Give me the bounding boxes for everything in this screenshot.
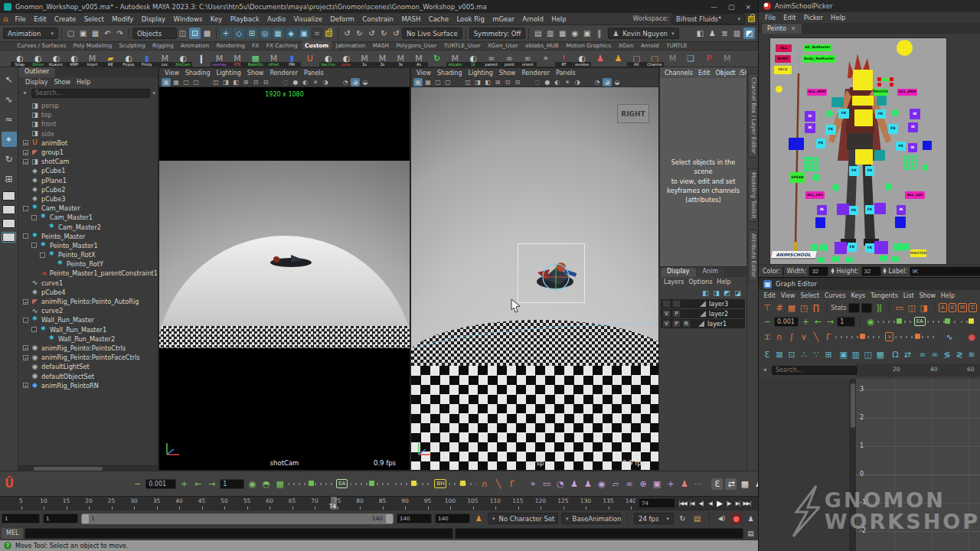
layer-selected-icon[interactable]: ◨ <box>712 289 720 297</box>
objects-filter[interactable]: Objects <box>132 28 177 39</box>
shelf-tab-eblabs-hub[interactable]: eblabs_HUB <box>522 41 562 50</box>
picker-button-fk[interactable]: FK <box>896 142 906 151</box>
panel-menu-panels[interactable]: Panels <box>554 70 578 77</box>
graph-channel-tree[interactable] <box>759 379 849 551</box>
resolution-gate-icon[interactable]: ◨ <box>473 78 482 86</box>
sep[interactable] <box>331 78 340 86</box>
go-to-end-button[interactable]: ▶▶| <box>743 497 751 509</box>
shelf-button-❏[interactable]: ❏ <box>681 51 700 67</box>
user-account-chip[interactable]: ♟ Kevin Nguyen▾ <box>608 28 678 39</box>
move-tool-icon[interactable]: ⌖ <box>2 132 17 147</box>
output-connections-icon[interactable]: ↻ <box>354 28 365 39</box>
redo-icon[interactable]: ↷ <box>114 28 126 39</box>
picker-button-ik[interactable]: IK <box>805 123 815 133</box>
visibility-toggle[interactable] <box>662 300 671 308</box>
isolate-select-icon[interactable]: ◔ <box>593 78 602 86</box>
picker-color-swatch[interactable] <box>782 267 784 276</box>
outliner-item-Peinto_RotX[interactable]: -*Peinto_RotX <box>18 250 158 259</box>
visibility-toggle[interactable]: V <box>662 310 671 318</box>
picker-canvas[interactable]: ALLBODYFACEAll_NoMasterBody_NoMasterALL_… <box>770 38 946 264</box>
picker-button-fk[interactable]: FK <box>865 205 874 214</box>
speed-icon[interactable]: ↺ <box>727 69 735 77</box>
picker-button-master[interactable]: MASTER <box>910 249 926 257</box>
graph-menu-show[interactable]: Show <box>916 292 938 299</box>
lights-icon[interactable]: ☀ <box>563 78 572 86</box>
tangent-spline-icon[interactable]: ∩ <box>774 331 785 343</box>
shelf-button-4s[interactable]: M4s <box>410 51 428 67</box>
film-gate-icon[interactable]: ◫ <box>463 78 472 86</box>
panel-menu-shading[interactable]: Shading <box>183 70 213 77</box>
open-scene-icon[interactable]: ▣ <box>77 28 89 39</box>
bezier-icon[interactable]: ∿ <box>944 331 955 343</box>
layer-row-layer3[interactable]: layer3 <box>661 299 745 308</box>
playblast-icon[interactable]: ▤ <box>532 28 544 39</box>
copy-keys-icon[interactable]: ⊡ <box>786 349 797 360</box>
insert-keys-icon[interactable]: # <box>774 302 785 314</box>
menu-arnold[interactable]: Arnold <box>518 15 547 23</box>
animbot-increment-icon[interactable]: + <box>178 478 190 490</box>
layer-options-icon[interactable]: ◪ <box>733 289 742 297</box>
shelf-button-re[interactable]: ▰RE <box>101 51 119 67</box>
picker-button[interactable] <box>923 141 932 150</box>
layer-color-icon[interactable] <box>700 311 706 317</box>
graph-menu-view[interactable]: View <box>778 292 798 299</box>
picker-button-mouth[interactable]: MOUTH <box>874 89 888 96</box>
go-to-start-button[interactable]: |◀◀ <box>678 497 687 509</box>
picker-button-fk[interactable]: FK <box>849 166 859 176</box>
outliner-item-curve1[interactable]: ∿curve1 <box>18 279 158 288</box>
textured-icon[interactable]: ◐ <box>553 78 562 86</box>
shaded-icon[interactable]: ● <box>543 78 552 86</box>
menu-mgear[interactable]: mGear <box>488 15 518 23</box>
picker-button[interactable] <box>852 96 874 106</box>
shelf-tab-fx-caching[interactable]: FX Caching <box>263 41 301 50</box>
timing-icon[interactable]: ◔ <box>554 478 566 490</box>
picker-button-all_arm[interactable]: ALL_ARM <box>897 89 917 96</box>
home-icon[interactable]: ⌂ <box>3 15 8 23</box>
shelf-button-♟[interactable]: ♟ <box>609 51 628 67</box>
char-picker-icon[interactable]: ♟ <box>678 478 690 490</box>
gate-mask-icon[interactable]: ◧ <box>231 78 240 86</box>
shelf-button-loc[interactable]: MLoc <box>156 51 175 67</box>
step-back-frame-button[interactable]: ◀| <box>697 497 705 509</box>
graph-search-input[interactable] <box>772 366 857 375</box>
ipr-render-icon[interactable]: ◉ <box>569 28 580 39</box>
slider-strip[interactable] <box>927 321 959 323</box>
workspace-panel-toggle-icon[interactable]: ◩ <box>743 28 755 39</box>
outliner-item-Peinto_Master1[interactable]: -*Peinto_Master1 <box>18 241 158 250</box>
tangent-plateau-icon[interactable]: ∨ <box>799 331 809 343</box>
quick-layout-button[interactable] <box>2 205 15 214</box>
field-chart-icon[interactable]: ⊞ <box>493 78 502 86</box>
outliner-item-Peinto_RotY[interactable]: *Peinto_RotY <box>18 259 158 269</box>
buffer-a-icon[interactable]: ◫ <box>863 349 874 360</box>
shelf-button-pri[interactable]: ▮PRI <box>283 51 301 67</box>
command-input[interactable] <box>24 528 453 539</box>
picker-button[interactable] <box>837 204 849 215</box>
construction-icon[interactable]: ↻ <box>378 28 390 39</box>
layer-empty-icon[interactable]: ◧ <box>701 289 710 297</box>
region-tool-icon[interactable]: ◳ <box>799 302 809 314</box>
snap-magnet-icon[interactable]: ▣ <box>299 28 310 39</box>
picker-button[interactable] <box>854 109 873 126</box>
shelf-tab-arnold[interactable]: Arnold <box>638 41 662 50</box>
picker-button[interactable] <box>815 217 825 228</box>
animbot-next-key-icon[interactable]: → <box>206 478 217 490</box>
picker-button[interactable] <box>885 183 892 191</box>
ge-increment-icon[interactable]: + <box>800 316 811 328</box>
shelf-tab-sculpting[interactable]: Sculpting <box>116 41 148 50</box>
picker-button[interactable] <box>877 77 881 81</box>
graph-time-ruler[interactable]: 204060 <box>857 364 980 377</box>
evaluation-icon[interactable]: ↺ <box>390 28 402 39</box>
panel-menu-show[interactable]: Show <box>497 70 518 77</box>
select-component-icon[interactable]: ▩ <box>201 28 213 39</box>
cut-keys-icon[interactable]: ⊠ <box>774 349 785 360</box>
lock-selection-icon[interactable] <box>325 31 332 37</box>
sep[interactable] <box>453 78 462 86</box>
picker-button[interactable] <box>893 243 901 251</box>
graph-menu-help[interactable]: Help <box>938 292 957 299</box>
expander-icon[interactable]: - <box>23 206 28 211</box>
shelf-button-vaccine[interactable]: ◐Vaccine <box>319 51 338 67</box>
menu-windows[interactable]: Windows <box>169 15 206 23</box>
audio-icon[interactable]: ◀) <box>716 513 727 524</box>
picker-button-body[interactable]: BODY <box>775 55 791 63</box>
shelf-button-point[interactable]: ∞point <box>501 51 519 67</box>
